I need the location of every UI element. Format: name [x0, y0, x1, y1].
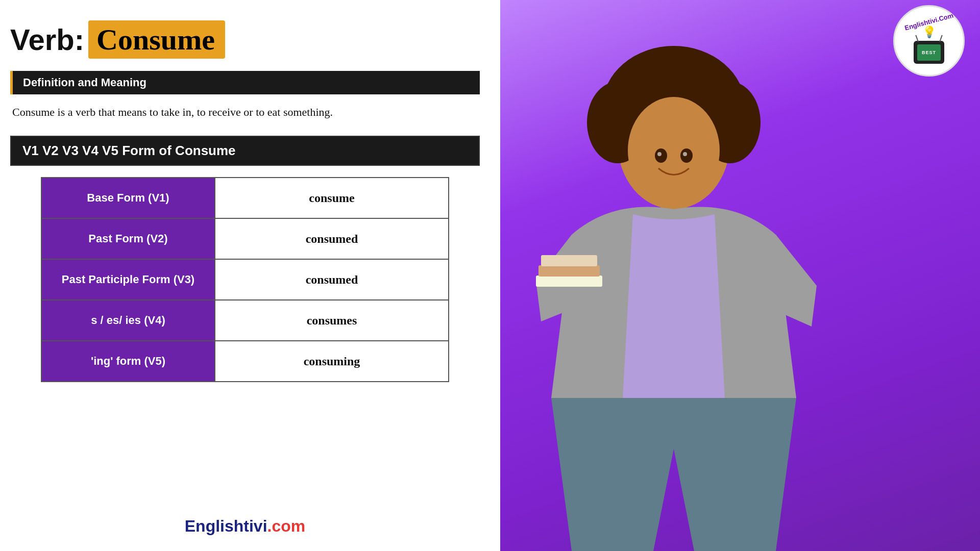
- svg-point-14: [657, 152, 662, 156]
- logo-tv: BEST: [914, 41, 944, 64]
- footer: Englishtivi.com: [10, 507, 480, 541]
- left-panel: Verb: Consume Definition and Meaning Con…: [0, 0, 500, 551]
- antenna-right-icon: [939, 35, 943, 42]
- table-cell-value: consuming: [215, 341, 449, 382]
- table-row: Past Form (V2)consumed: [41, 218, 449, 259]
- verb-title: Verb: Consume: [10, 20, 480, 59]
- svg-rect-11: [541, 255, 597, 266]
- tv-screen: BEST: [917, 44, 941, 61]
- svg-rect-9: [536, 276, 602, 287]
- table-cell-value: consume: [215, 178, 449, 218]
- footer-brand-blue: Englishtivi: [185, 517, 267, 535]
- verb-word: Consume: [88, 20, 225, 59]
- antenna-left-icon: [915, 35, 919, 42]
- table-cell-value: consumed: [215, 218, 449, 259]
- definition-heading: Definition and Meaning: [10, 71, 480, 94]
- definition-text: Consume is a verb that means to take in,…: [10, 104, 480, 120]
- table-cell-label: 'ing' form (V5): [41, 341, 215, 382]
- logo-circle: Englishtivi.Com 💡 BEST: [893, 5, 965, 77]
- tv-screen-text: BEST: [922, 50, 936, 55]
- table-row: 'ing' form (V5)consuming: [41, 341, 449, 382]
- footer-brand-red: .com: [267, 517, 306, 535]
- svg-point-15: [683, 152, 687, 156]
- svg-point-13: [680, 148, 693, 163]
- table-row: Base Form (V1)consume: [41, 178, 449, 218]
- verb-label: Verb:: [10, 22, 84, 57]
- person-image: [510, 41, 842, 551]
- svg-rect-10: [538, 265, 600, 277]
- table-cell-label: Base Form (V1): [41, 178, 215, 218]
- footer-brand: Englishtivi.com: [185, 517, 305, 535]
- bulb-icon: 💡: [922, 27, 936, 38]
- table-cell-value: consumed: [215, 259, 449, 300]
- verb-forms-table: Base Form (V1)consumePast Form (V2)consu…: [41, 177, 449, 382]
- table-cell-value: consumes: [215, 300, 449, 341]
- table-cell-label: s / es/ ies (V4): [41, 300, 215, 341]
- right-panel: Englishtivi.Com 💡 BEST: [500, 0, 980, 551]
- table-cell-label: Past Participle Form (V3): [41, 259, 215, 300]
- table-row: Past Participle Form (V3)consumed: [41, 259, 449, 300]
- forms-heading: V1 V2 V3 V4 V5 Form of Consume: [10, 136, 480, 166]
- table-cell-label: Past Form (V2): [41, 218, 215, 259]
- table-row: s / es/ ies (V4)consumes: [41, 300, 449, 341]
- svg-point-7: [628, 97, 720, 204]
- svg-point-12: [655, 148, 667, 163]
